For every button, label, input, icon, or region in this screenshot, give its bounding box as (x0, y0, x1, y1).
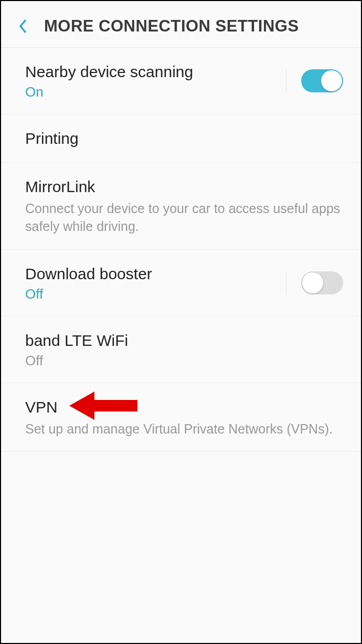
setting-vpn[interactable]: VPN Set up and manage Virtual Private Ne… (1, 383, 361, 452)
svg-marker-0 (69, 392, 137, 420)
setting-status: Off (25, 353, 343, 369)
setting-text: Printing (25, 128, 343, 149)
setting-title: band LTE WiFi (25, 330, 343, 351)
toggle-thumb (302, 272, 323, 293)
setting-status: Off (25, 286, 286, 302)
annotation-arrow-icon (69, 390, 137, 421)
setting-subtitle: Set up and manage Virtual Private Networ… (25, 420, 343, 438)
page-title: MORE CONNECTION SETTINGS (44, 17, 299, 36)
toggle-thumb (321, 70, 342, 91)
toggle-wrapper (286, 69, 343, 92)
setting-status: On (25, 84, 286, 100)
setting-text: band LTE WiFi Off (25, 330, 343, 369)
toggle-divider (286, 271, 286, 294)
setting-mirrorlink[interactable]: MirrorLink Connect your device to your c… (1, 163, 361, 250)
setting-band-lte-wifi[interactable]: band LTE WiFi Off (1, 316, 361, 383)
toggle-wrapper (286, 271, 343, 294)
setting-title: Nearby device scanning (25, 61, 286, 82)
setting-text: Nearby device scanning On (25, 61, 286, 100)
nearby-toggle[interactable] (301, 69, 343, 92)
setting-text: MirrorLink Connect your device to your c… (25, 176, 343, 236)
header-bar: MORE CONNECTION SETTINGS (1, 1, 361, 48)
setting-subtitle: Connect your device to your car to acces… (25, 200, 343, 236)
setting-title: Download booster (25, 263, 286, 284)
setting-title: Printing (25, 128, 343, 149)
setting-text: Download booster Off (25, 263, 286, 302)
settings-list: Nearby device scanning On Printing Mirro… (1, 48, 361, 452)
setting-nearby-device-scanning[interactable]: Nearby device scanning On (1, 48, 361, 114)
download-booster-toggle[interactable] (301, 271, 343, 294)
setting-title: MirrorLink (25, 176, 343, 197)
setting-printing[interactable]: Printing (1, 114, 361, 163)
toggle-divider (286, 69, 286, 92)
setting-download-booster[interactable]: Download booster Off (1, 250, 361, 316)
back-icon[interactable] (17, 17, 29, 36)
